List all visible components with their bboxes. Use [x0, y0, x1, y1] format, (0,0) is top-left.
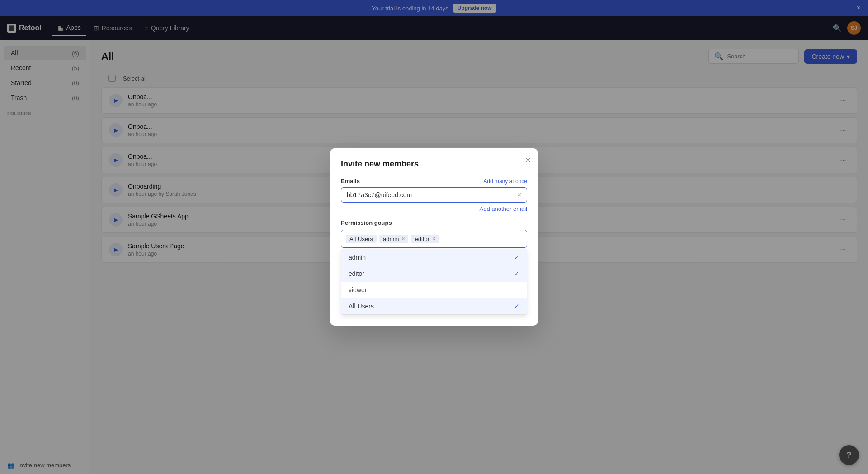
dropdown-item-editor[interactable]: editor ✓ — [341, 265, 527, 282]
dropdown-admin-label: admin — [349, 254, 366, 261]
add-another-email-link[interactable]: Add another email — [341, 205, 527, 212]
permission-dropdown: admin ✓ editor ✓ viewer All Users ✓ — [341, 249, 527, 315]
dropdown-item-viewer[interactable]: viewer — [341, 282, 527, 298]
check-icon-admin: ✓ — [514, 254, 519, 261]
dropdown-viewer-label: viewer — [349, 286, 367, 294]
add-many-at-once-link[interactable]: Add many at once — [483, 178, 527, 185]
tag-admin: admin × — [379, 235, 408, 243]
check-icon-all-users: ✓ — [514, 303, 519, 310]
emails-label: Emails — [341, 178, 360, 185]
tag-editor: editor × — [411, 235, 439, 243]
tag-editor-remove[interactable]: × — [432, 236, 435, 242]
dropdown-editor-label: editor — [349, 270, 364, 277]
dropdown-item-all-users[interactable]: All Users ✓ — [341, 298, 527, 314]
dropdown-all-users-label: All Users — [349, 303, 374, 310]
tag-admin-label: admin — [383, 236, 399, 242]
tag-all-users: All Users — [346, 235, 377, 243]
tag-editor-label: editor — [415, 236, 429, 242]
email-field-row: Emails Add many at once — [341, 178, 527, 185]
email-input[interactable] — [347, 191, 514, 199]
dropdown-item-admin[interactable]: admin ✓ — [341, 249, 527, 265]
tag-all-users-label: All Users — [349, 236, 373, 242]
email-input-row: × — [341, 187, 527, 203]
modal-close-button[interactable]: × — [525, 156, 531, 165]
tag-admin-remove[interactable]: × — [401, 236, 405, 242]
modal-title: Invite new members — [341, 159, 527, 169]
invite-modal: Invite new members × Emails Add many at … — [330, 148, 538, 326]
email-clear-button[interactable]: × — [517, 191, 521, 199]
permission-groups-text-input[interactable] — [442, 235, 522, 242]
check-icon-editor: ✓ — [514, 270, 519, 277]
permission-groups-input[interactable]: All Users admin × editor × — [341, 230, 527, 248]
modal-overlay: Invite new members × Emails Add many at … — [0, 0, 868, 474]
permission-groups-label: Permission goups — [341, 219, 527, 226]
